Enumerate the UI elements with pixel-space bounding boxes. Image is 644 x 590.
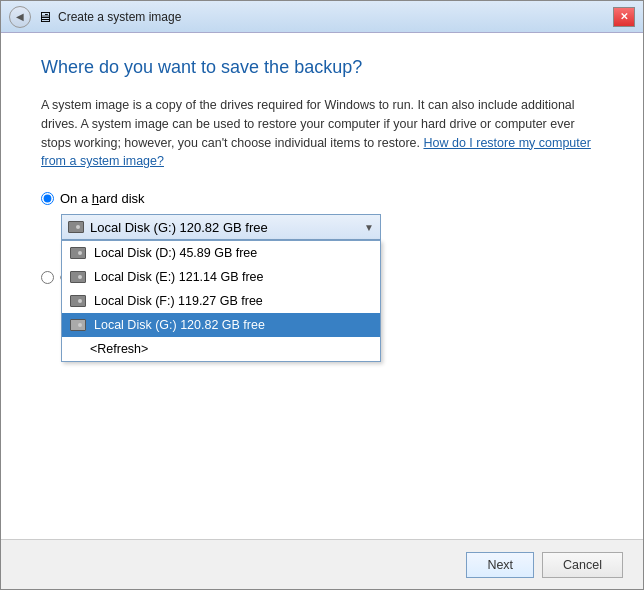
cancel-button[interactable]: Cancel [542, 552, 623, 578]
disk-dropdown-container: Local Disk (G:) 120.82 GB free ▼ Local D… [61, 214, 381, 240]
hdd-section: On a hard disk Local Disk (G:) 120.82 GB… [41, 191, 603, 240]
disk-icon-f [70, 295, 86, 307]
dropdown-item-f[interactable]: Local Disk (F:) 119.27 GB free [62, 289, 380, 313]
content-area: Where do you want to save the backup? A … [1, 33, 643, 539]
hdd-radio[interactable] [41, 192, 54, 205]
dropdown-item-d-label: Local Disk (D:) 45.89 GB free [94, 246, 257, 260]
refresh-label: <Refresh> [90, 342, 148, 356]
disk-icon-selected [68, 221, 84, 233]
next-button[interactable]: Next [466, 552, 534, 578]
dropdown-arrow-icon: ▼ [364, 222, 374, 233]
dropdown-item-d[interactable]: Local Disk (D:) 45.89 GB free [62, 241, 380, 265]
close-button[interactable]: ✕ [613, 7, 635, 27]
title-bar-left: ◀ 🖥 Create a system image [9, 6, 181, 28]
title-bar: ◀ 🖥 Create a system image ✕ [1, 1, 643, 33]
dropdown-item-g-label: Local Disk (G:) 120.82 GB free [94, 318, 265, 332]
main-window: ◀ 🖥 Create a system image ✕ Where do you… [0, 0, 644, 590]
disk-dropdown-list: Local Disk (D:) 45.89 GB free Local Disk… [61, 240, 381, 362]
back-button[interactable]: ◀ [9, 6, 31, 28]
dropdown-item-e-label: Local Disk (E:) 121.14 GB free [94, 270, 264, 284]
hdd-radio-label[interactable]: On a hard disk [41, 191, 603, 206]
disk-icon-g [70, 319, 86, 331]
disk-icon-e [70, 271, 86, 283]
dropdown-refresh-item[interactable]: <Refresh> [62, 337, 380, 361]
title-bar-icon: 🖥 [37, 8, 52, 25]
page-title: Where do you want to save the backup? [41, 57, 603, 78]
dropdown-selected-text: Local Disk (G:) 120.82 GB free [90, 220, 268, 235]
hdd-label-text: On a hard disk [60, 191, 145, 206]
dropdown-selected-content: Local Disk (G:) 120.82 GB free [68, 220, 268, 235]
disk-icon-d [70, 247, 86, 259]
footer: Next Cancel [1, 539, 643, 589]
description-text: A system image is a copy of the drives r… [41, 96, 603, 171]
dropdown-item-e[interactable]: Local Disk (E:) 121.14 GB free [62, 265, 380, 289]
network-radio[interactable] [41, 271, 54, 284]
dropdown-item-g[interactable]: Local Disk (G:) 120.82 GB free [62, 313, 380, 337]
dropdown-item-f-label: Local Disk (F:) 119.27 GB free [94, 294, 263, 308]
disk-dropdown-selected[interactable]: Local Disk (G:) 120.82 GB free ▼ [61, 214, 381, 240]
title-bar-controls: ✕ [613, 7, 635, 27]
title-bar-text: Create a system image [58, 10, 181, 24]
